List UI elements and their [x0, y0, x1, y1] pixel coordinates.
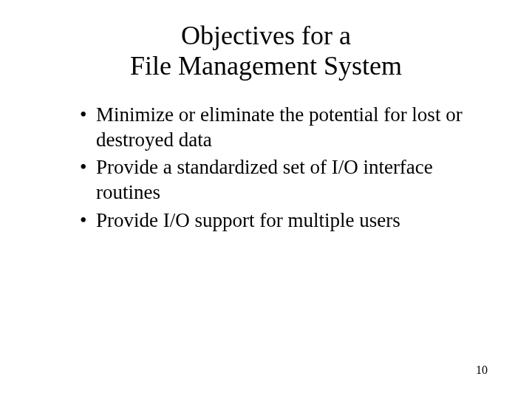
page-number: 10: [476, 364, 488, 377]
slide-title: Objectives for a File Management System: [44, 21, 488, 82]
slide-container: Objectives for a File Management System …: [0, 0, 532, 399]
bullet-text: Minimize or eliminate the potential for …: [96, 103, 463, 151]
title-line-2: File Management System: [130, 51, 402, 81]
bullet-list: Minimize or eliminate the potential for …: [44, 103, 488, 233]
bullet-item: Provide a standardized set of I/O interf…: [80, 155, 488, 205]
bullet-text: Provide I/O support for multiple users: [96, 209, 400, 231]
bullet-item: Provide I/O support for multiple users: [80, 208, 488, 233]
title-line-1: Objectives for a: [181, 21, 351, 50]
bullet-text: Provide a standardized set of I/O interf…: [96, 156, 433, 203]
bullet-item: Minimize or eliminate the potential for …: [80, 103, 488, 153]
